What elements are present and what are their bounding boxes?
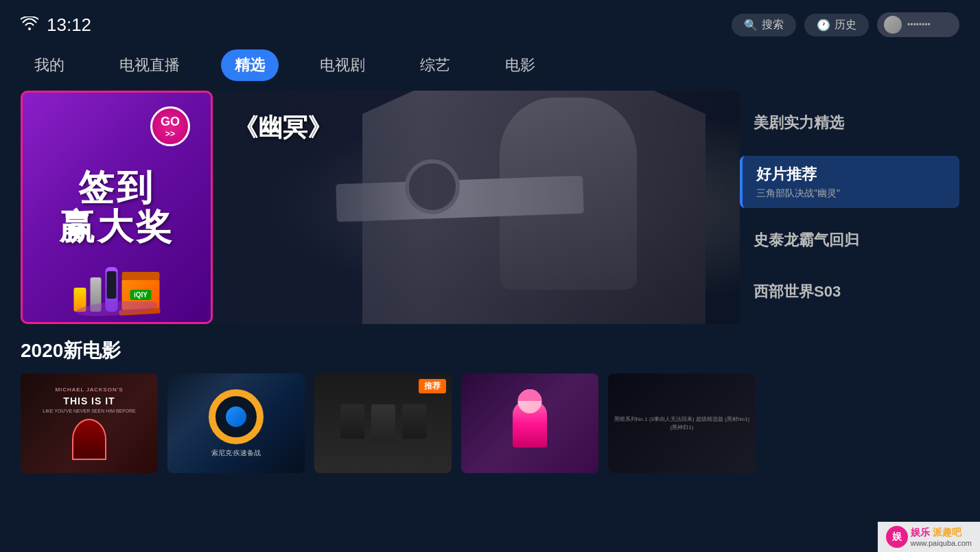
- history-label: 历史: [835, 18, 856, 32]
- go-label: GO: [161, 115, 180, 129]
- avatar-image: [884, 16, 902, 34]
- signin-line1: 签到: [59, 168, 174, 207]
- swirl: [75, 301, 158, 319]
- mj-figure: [72, 419, 106, 460]
- spy-2: [371, 404, 395, 442]
- header-right: 🔍 搜索 🕐 历史 ••••••••: [732, 12, 959, 37]
- movie-card-1-bg: MICHAEL JACKSON'S THIS IS IT LIKE YOU'VE…: [21, 373, 158, 473]
- signin-banner[interactable]: GO >> 签到 赢大奖 iQIY: [21, 91, 213, 324]
- mj-title: THIS IS IT: [63, 395, 115, 406]
- side-item-good-movie-title: 好片推荐: [756, 164, 946, 185]
- signin-line2: 赢大奖: [59, 207, 174, 246]
- nav-item-movie[interactable]: 电影: [491, 49, 549, 81]
- username: ••••••••: [907, 20, 931, 30]
- user-avatar[interactable]: ••••••••: [877, 12, 959, 37]
- movie-card-sonic[interactable]: 索尼克·疾速备战: [167, 373, 305, 473]
- movie-card-michael-jackson[interactable]: MICHAEL JACKSON'S THIS IS IT LIKE YOU'VE…: [21, 373, 158, 473]
- clock-time: 13:12: [47, 14, 91, 36]
- harley-head: [518, 389, 542, 413]
- search-label: 搜索: [762, 18, 784, 32]
- movie-card-5-bg: 黑暗系列No.1 (3事由人无法回来) 超级精选版 (黑材No1) (黑神归1): [608, 373, 756, 473]
- side-list: 美剧实力精选 好片推荐 三角部队决战"幽灵" 史泰龙霸气回归 西部世界S03: [740, 91, 959, 324]
- signin-text: 签到 赢大奖: [59, 168, 174, 246]
- decoration: [23, 301, 211, 322]
- sonic-title: 索尼克·疾速备战: [211, 448, 261, 458]
- side-item-westworld[interactable]: 西部世界S03: [740, 273, 959, 310]
- spy-figures: [340, 404, 426, 442]
- main-nav: 我的 电视直播 精选 电视剧 综艺 电影: [0, 44, 980, 91]
- nav-item-live[interactable]: 电视直播: [106, 49, 194, 81]
- movie-card-dark[interactable]: 黑暗系列No.1 (3事由人无法回来) 超级精选版 (黑材No1) (黑神归1): [608, 373, 756, 473]
- hero-title: 《幽冥》: [233, 111, 332, 145]
- history-button[interactable]: 🕐 历史: [804, 14, 869, 36]
- sonic-body: [226, 406, 246, 427]
- movie-card-recommend[interactable]: 推荐: [314, 373, 452, 473]
- side-item-us-drama[interactable]: 美剧实力精选: [740, 104, 959, 141]
- movie-card-birds-of-prey[interactable]: [461, 373, 598, 473]
- dark-movie-text: 黑暗系列No.1 (3事由人无法回来) 超级精选版 (黑材No1) (黑神归1): [614, 415, 750, 430]
- search-button[interactable]: 🔍 搜索: [732, 14, 796, 36]
- harley-figure: [513, 400, 547, 448]
- nav-item-featured[interactable]: 精选: [221, 49, 279, 81]
- side-item-westworld-title: 西部世界S03: [754, 281, 946, 302]
- side-item-good-movie-sub: 三角部队决战"幽灵": [756, 187, 946, 200]
- wifi-icon: [21, 16, 38, 34]
- harley-hair: [518, 389, 542, 402]
- side-item-good-movie[interactable]: 好片推荐 三角部队决战"幽灵": [740, 156, 959, 208]
- spy-1: [340, 404, 364, 439]
- nav-item-mine[interactable]: 我的: [21, 49, 78, 81]
- header-left: 13:12: [21, 14, 91, 36]
- new-movie-section-title: 2020新电影: [0, 324, 980, 373]
- watermark-content: 娱 娱乐 派趣吧 www.paiquba.com: [886, 526, 972, 548]
- side-item-stallone-title: 史泰龙霸气回归: [754, 230, 946, 251]
- movie-card-4-bg: [461, 373, 598, 473]
- watermark: 娱 娱乐 派趣吧 www.paiquba.com: [878, 522, 980, 552]
- nav-item-drama[interactable]: 电视剧: [306, 49, 379, 81]
- go-badge: GO >>: [150, 106, 190, 146]
- nav-item-variety[interactable]: 综艺: [406, 49, 464, 81]
- harley-body: [513, 400, 547, 448]
- movie-card-2-bg: 索尼克·疾速备战: [167, 373, 305, 473]
- watermark-url: www.paiquba.com: [911, 539, 972, 547]
- spy-row: [340, 404, 426, 442]
- mj-name: MICHAEL JACKSON'S: [55, 387, 123, 393]
- go-sub: >>: [165, 129, 175, 139]
- watermark-circle: 娱: [886, 526, 908, 548]
- recommend-badge: 推荐: [419, 379, 446, 393]
- side-item-us-drama-title: 美剧实力精选: [754, 113, 946, 133]
- main-content: GO >> 签到 赢大奖 iQIY: [0, 91, 980, 324]
- search-icon: 🔍: [744, 19, 758, 32]
- watermark-brand: 娱乐 派趣吧: [911, 527, 972, 539]
- gift-lid: [122, 272, 160, 280]
- watermark-info: 娱乐 派趣吧 www.paiquba.com: [911, 527, 972, 547]
- spy-3: [402, 404, 426, 439]
- iqiyi-badge: iQIY: [130, 290, 151, 300]
- sonic-ring: [209, 389, 264, 444]
- history-icon: 🕐: [817, 19, 830, 32]
- hero-image[interactable]: 《幽冥》: [213, 91, 740, 324]
- phone-screen: [107, 271, 117, 299]
- side-item-stallone[interactable]: 史泰龙霸气回归: [740, 222, 959, 259]
- movies-row: MICHAEL JACKSON'S THIS IS IT LIKE YOU'VE…: [0, 373, 980, 473]
- header: 13:12 🔍 搜索 🕐 历史 ••••••••: [0, 0, 980, 44]
- mj-subtitle: LIKE YOU'VE NEVER SEEN HIM BEFORE: [43, 409, 135, 413]
